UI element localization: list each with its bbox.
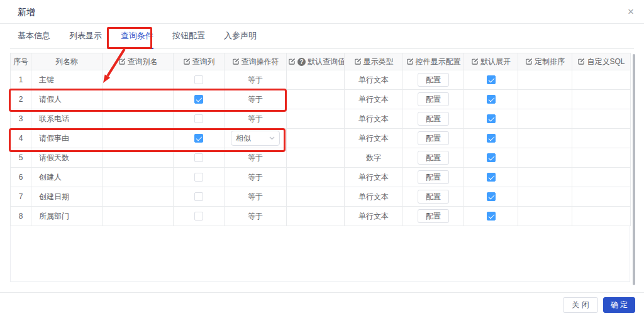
cell-default-value — [287, 168, 345, 187]
cell-operator: 等于 — [225, 187, 287, 207]
tab-basic-info[interactable]: 基本信息 — [18, 23, 50, 49]
cell-index: 3 — [11, 109, 31, 129]
column-header: 自定义SQL — [572, 53, 631, 70]
table-row: 2请假人等于单行文本配置 — [11, 90, 631, 109]
operator-select[interactable]: 相似 — [231, 131, 280, 146]
checkbox-checked[interactable] — [194, 134, 203, 143]
table-header-row: 序号列名称查询别名查询列查询操作符?默认查询值显示类型控件显示配置默认展开定制排… — [11, 53, 631, 70]
tab-list-display[interactable]: 列表显示 — [69, 23, 102, 49]
cell-default-value — [287, 109, 345, 129]
cell-operator: 等于 — [225, 168, 287, 187]
cell-query-col — [174, 168, 225, 187]
config-button[interactable]: 配置 — [418, 170, 449, 184]
column-header: ?默认查询值 — [287, 53, 345, 70]
column-header: 查询列 — [174, 53, 225, 70]
table-row: 7创建日期等于单行文本配置 — [11, 187, 631, 207]
column-header-label: 列名称 — [55, 57, 78, 66]
cell-default-expand — [464, 109, 518, 129]
checkbox-checked[interactable] — [487, 173, 496, 182]
cell-index: 1 — [11, 70, 31, 90]
cell-control-config: 配置 — [403, 90, 464, 109]
column-header-label: 序号 — [13, 57, 28, 66]
config-button[interactable]: 配置 — [418, 209, 449, 223]
table-row: 3联系电话等于单行文本配置 — [11, 109, 631, 129]
cell-default-expand — [464, 70, 518, 90]
dialog-header: 新增 × — [0, 0, 644, 24]
edit-icon — [183, 58, 191, 65]
column-header: 定制排序 — [518, 53, 572, 70]
cell-query-alias — [103, 129, 174, 148]
cell-default-expand — [464, 187, 518, 207]
cell-column-name: 请假事由 — [31, 129, 103, 148]
cell-index: 4 — [11, 129, 31, 148]
edit-icon — [354, 58, 362, 65]
cell-query-alias — [103, 109, 174, 129]
column-header-label: 查询别名 — [128, 57, 158, 66]
cell-custom-sql — [572, 207, 631, 226]
cell-custom-sort — [518, 207, 572, 226]
cell-display-type: 数字 — [345, 148, 403, 168]
cell-index: 6 — [11, 168, 31, 187]
checkbox-unchecked[interactable] — [194, 114, 203, 123]
cell-control-config: 配置 — [403, 207, 464, 226]
checkbox-unchecked[interactable] — [194, 173, 203, 182]
column-header: 查询别名 — [103, 53, 174, 70]
tab-input-params[interactable]: 入参声明 — [224, 23, 257, 49]
checkbox-checked[interactable] — [487, 95, 496, 104]
tab-query-condition[interactable]: 查询条件 — [121, 23, 153, 49]
cell-custom-sort — [518, 90, 572, 109]
cell-query-alias — [103, 168, 174, 187]
config-button[interactable]: 配置 — [418, 131, 449, 145]
cell-custom-sort — [518, 70, 572, 90]
close-icon[interactable]: × — [624, 5, 638, 19]
checkbox-unchecked[interactable] — [194, 153, 203, 162]
cell-query-alias — [103, 207, 174, 226]
checkbox-unchecked[interactable] — [194, 212, 203, 221]
cell-query-col — [174, 187, 225, 207]
checkbox-unchecked[interactable] — [194, 192, 203, 201]
cell-custom-sort — [518, 168, 572, 187]
config-button[interactable]: 配置 — [418, 151, 449, 165]
query-condition-table: 序号列名称查询别名查询列查询操作符?默认查询值显示类型控件显示配置默认展开定制排… — [10, 53, 631, 226]
cell-default-expand — [464, 207, 518, 226]
cell-custom-sql — [572, 187, 631, 207]
cell-default-expand — [464, 148, 518, 168]
config-button[interactable]: 配置 — [418, 92, 449, 106]
cell-query-alias — [103, 187, 174, 207]
checkbox-unchecked[interactable] — [194, 75, 203, 84]
cell-query-col — [174, 207, 225, 226]
vertical-scrollbar[interactable] — [633, 54, 635, 285]
confirm-button[interactable]: 确 定 — [603, 297, 635, 313]
config-button[interactable]: 配置 — [418, 112, 449, 126]
cell-display-type: 单行文本 — [345, 70, 403, 90]
operator-select-value: 相似 — [236, 133, 251, 144]
checkbox-checked[interactable] — [487, 114, 496, 123]
cell-index: 5 — [11, 148, 31, 168]
checkbox-checked[interactable] — [487, 75, 496, 84]
checkbox-checked[interactable] — [487, 153, 496, 162]
cell-operator: 等于 — [225, 148, 287, 168]
config-button[interactable]: 配置 — [418, 73, 449, 87]
config-button[interactable]: 配置 — [418, 190, 449, 204]
table-row: 5请假天数等于数字配置 — [11, 148, 631, 168]
cell-custom-sql — [572, 148, 631, 168]
checkbox-checked[interactable] — [487, 212, 496, 221]
cell-control-config: 配置 — [403, 148, 464, 168]
table-row: 1主键等于单行文本配置 — [11, 70, 631, 90]
cell-display-type: 单行文本 — [345, 207, 403, 226]
cell-control-config: 配置 — [403, 70, 464, 90]
column-header-label: 默认展开 — [480, 57, 511, 66]
checkbox-checked[interactable] — [487, 134, 496, 143]
column-header: 显示类型 — [345, 53, 403, 70]
cell-index: 2 — [11, 90, 31, 109]
close-button[interactable]: 关 闭 — [563, 297, 597, 313]
column-header: 序号 — [11, 53, 31, 70]
checkbox-checked[interactable] — [487, 192, 496, 201]
checkbox-checked[interactable] — [194, 95, 203, 104]
cell-query-col — [174, 148, 225, 168]
cell-query-alias — [103, 148, 174, 168]
tab-button-config[interactable]: 按钮配置 — [172, 23, 205, 49]
cell-index: 7 — [11, 187, 31, 207]
cell-query-col — [174, 129, 225, 148]
cell-column-name: 联系电话 — [31, 109, 103, 129]
